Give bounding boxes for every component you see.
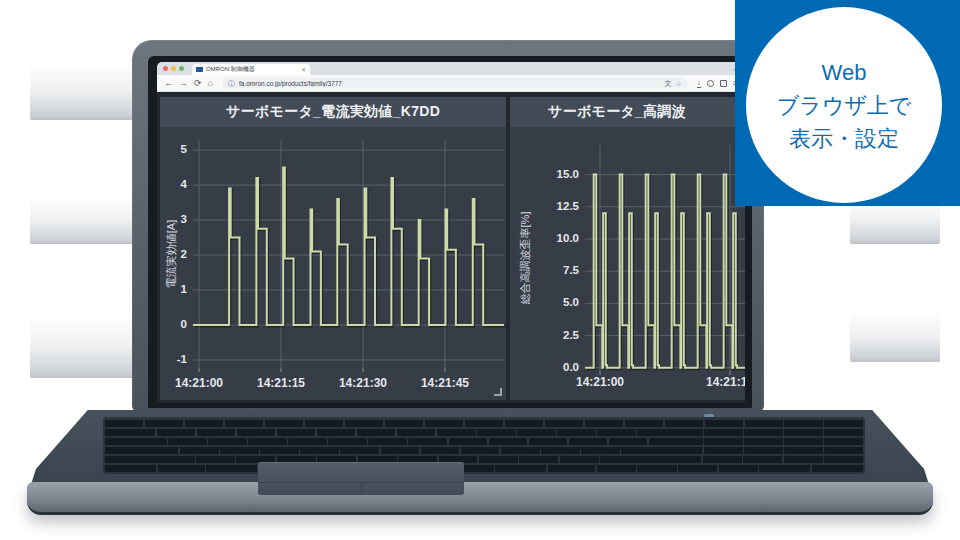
keyboard-key (824, 419, 862, 427)
keyboard-key (197, 428, 236, 436)
x-tick-label: 14:21:30 (329, 376, 397, 390)
keyboard-key (597, 428, 636, 436)
keyboard-key (277, 428, 316, 436)
keyboard-key (519, 455, 558, 463)
keyboard-key (548, 464, 595, 472)
browser-window: OMRON 制御機器 ✕ ⌄ ← → ⟳ ⌂ ⓘ fa.omron.co.jp/… (157, 62, 745, 403)
keyboard-key (168, 437, 207, 445)
download-icon[interactable]: ↓ (697, 79, 701, 88)
keyboard-key (105, 446, 178, 454)
keyboard-key (158, 464, 205, 472)
minimize-window-button[interactable] (171, 66, 176, 71)
close-window-button[interactable] (163, 66, 168, 71)
back-icon[interactable]: ← (164, 79, 173, 88)
laptop-front-edge (27, 482, 933, 515)
keyboard-key (208, 437, 247, 445)
y-tick-label: 5 (160, 143, 187, 155)
keyboard-key (545, 419, 583, 427)
forward-icon[interactable]: → (179, 79, 188, 88)
keyboard-key (581, 446, 620, 454)
keyboard-key (585, 419, 623, 427)
translate-icon[interactable]: 文 (664, 80, 671, 87)
keyboard-key (704, 437, 743, 445)
keyboard-key (649, 437, 703, 445)
keyboard-key (501, 446, 540, 454)
window-controls (163, 62, 184, 75)
keyboard (103, 417, 865, 474)
reload-icon[interactable]: ⟳ (194, 79, 202, 88)
share-icon[interactable] (720, 80, 727, 87)
keyboard-key (705, 419, 743, 427)
callout-text-line: 表示・設定 (789, 122, 899, 155)
trackpad[interactable] (258, 462, 464, 495)
y-tick-label: 2.5 (510, 329, 579, 341)
maximize-window-button[interactable] (179, 66, 184, 71)
keyboard-key (421, 446, 460, 454)
dashboard-page: サーボモータ_電流実効値_K7DD -101234514:21:0014:21:… (157, 93, 745, 403)
keyboard-key (408, 437, 447, 445)
panel-resize-handle[interactable] (494, 388, 502, 396)
home-icon[interactable]: ⌂ (208, 79, 213, 88)
keyboard-key (345, 419, 383, 427)
keyboard-key (220, 446, 259, 454)
y-tick-label: 0 (160, 318, 187, 330)
keyboard-key (704, 428, 743, 436)
keyboard-key (560, 455, 599, 463)
keyboard-key (719, 464, 758, 472)
plot-area (193, 140, 504, 374)
keyboard-key (248, 437, 287, 445)
y-tick-label: 15.0 (510, 168, 579, 180)
keyboard-key (157, 428, 196, 436)
bookmark-star-icon[interactable]: ☆ (675, 80, 681, 87)
address-bar[interactable]: ⓘ fa.omron.co.jp/products/family/3777 文 … (222, 78, 688, 89)
keyboard-key (206, 464, 257, 472)
keyboard-key (505, 419, 543, 427)
keyboard-key (477, 428, 516, 436)
keyboard-key (305, 419, 343, 427)
callout-text-line: Web (822, 56, 867, 89)
keyboard-key (744, 428, 783, 436)
site-info-icon[interactable]: ⓘ (228, 80, 235, 87)
keyboard-key (145, 419, 183, 427)
keyboard-key (703, 455, 742, 463)
keyboard-key (625, 419, 663, 427)
keyboard-key (288, 437, 327, 445)
keyboard-key (317, 428, 356, 436)
x-tick-label: 14:21:00 (566, 375, 634, 389)
keyboard-key (225, 419, 263, 427)
keyboard-key (784, 437, 823, 445)
keyboard-key (541, 446, 580, 454)
keyboard-key (105, 455, 195, 463)
keyboard-key (784, 419, 822, 427)
chart-title: サーボモータ_高調波 (510, 97, 745, 127)
laptop-base (25, 410, 935, 512)
keyboard-key (557, 428, 596, 436)
x-tick-label: 14:21:45 (411, 376, 479, 390)
keyboard-key (381, 446, 420, 454)
browser-tab[interactable]: OMRON 制御機器 ✕ (192, 64, 310, 75)
profile-icon[interactable] (707, 80, 714, 87)
tab-title: OMRON 制御機器 (206, 65, 298, 74)
keyboard-key (704, 446, 743, 454)
chart-panel-harmonics: サーボモータ_高調波 0.02.55.07.510.012.515.014:21… (510, 97, 745, 400)
callout-circle: Web ブラウザ上で 表示・設定 (746, 7, 942, 203)
keyboard-key (105, 464, 156, 472)
tab-favicon (196, 67, 203, 72)
trackpad-button-divider (361, 482, 362, 495)
callout-badge: Web ブラウザ上で 表示・設定 (735, 0, 960, 206)
keyboard-key (569, 437, 608, 445)
keyboard-key (260, 446, 299, 454)
tab-close-icon[interactable]: ✕ (301, 67, 306, 73)
keyboard-key (529, 437, 568, 445)
keyboard-key (824, 455, 863, 463)
keyboard-key (812, 464, 863, 472)
keyboard-key (489, 437, 528, 445)
keyboard-key (637, 428, 703, 436)
power-led (704, 414, 714, 417)
y-axis-label: 総合高調波歪率[%] (518, 198, 532, 318)
keyboard-key (637, 464, 676, 472)
x-tick-label: 14:21:15 (696, 375, 745, 389)
keyboard-key (328, 437, 367, 445)
keyboard-key (759, 464, 810, 472)
y-axis-label: 電流実効値[A] (164, 194, 178, 314)
